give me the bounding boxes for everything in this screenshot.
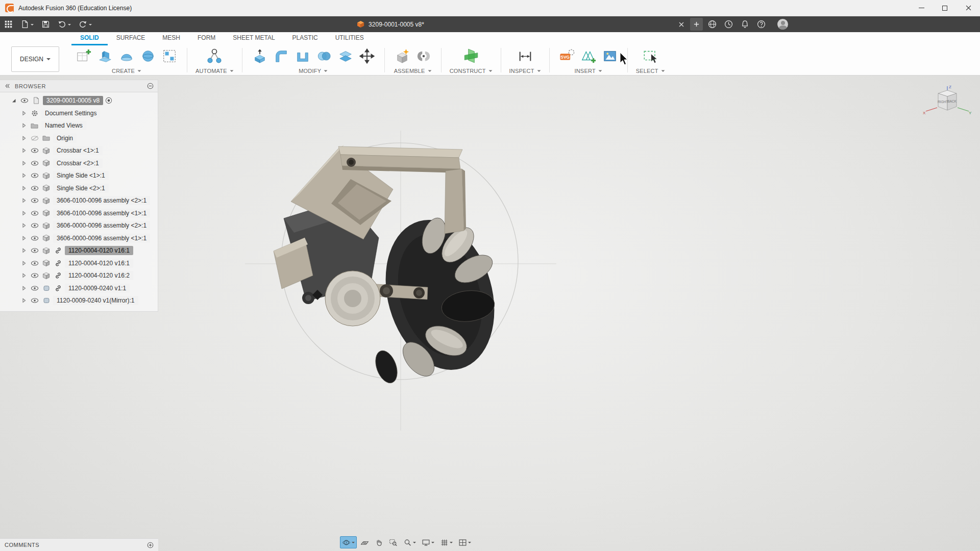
visibility-off-eye-icon[interactable] — [31, 136, 39, 141]
browser-item-document-settings[interactable]: Document Settings — [0, 107, 158, 120]
expand-arrow-icon[interactable] — [11, 98, 16, 103]
create-sketch-button[interactable] — [75, 46, 93, 66]
orbit-button[interactable] — [340, 536, 357, 548]
tab-sheet-metal[interactable]: SHEET METAL — [224, 32, 283, 45]
expand-arrow-icon[interactable] — [21, 248, 27, 253]
maximize-button[interactable] — [933, 0, 957, 16]
expand-arrow-icon[interactable] — [21, 261, 27, 266]
browser-item-component[interactable]: 3606-0000-0096 assembly <2>:1 — [0, 219, 158, 232]
revolve-button[interactable] — [117, 46, 136, 66]
combine-button[interactable] — [315, 46, 333, 66]
browser-item-component-selected[interactable]: 1120-0004-0120 v16:1 — [0, 244, 158, 257]
file-menu-button[interactable] — [20, 20, 34, 29]
browser-item-origin[interactable]: Origin — [0, 132, 158, 145]
visibility-eye-icon[interactable] — [31, 186, 39, 191]
tab-surface[interactable]: SURFACE — [108, 32, 154, 45]
document-tab[interactable]: 3209-0001-0005 v8* — [357, 16, 424, 32]
measure-button[interactable] — [516, 46, 534, 66]
visibility-eye-icon[interactable] — [31, 236, 39, 241]
browser-item-component[interactable]: 3606-0000-0096 assembly <1>:1 — [0, 232, 158, 245]
browser-item-body[interactable]: 1120-0009-0240 v1:1 — [0, 282, 158, 295]
tab-utilities[interactable]: UTILITIES — [327, 32, 373, 45]
grid-and-snaps-button[interactable] — [438, 536, 455, 548]
expand-arrow-icon[interactable] — [21, 148, 27, 153]
insert-menu[interactable]: INSERT — [574, 67, 602, 74]
new-document-tab-button[interactable] — [690, 18, 703, 31]
visibility-eye-icon[interactable] — [31, 286, 39, 291]
fillet-button[interactable] — [272, 46, 290, 66]
zoom-window-button[interactable] — [387, 536, 400, 548]
extensions-icon[interactable] — [707, 19, 717, 29]
close-button[interactable] — [957, 0, 980, 16]
visibility-eye-icon[interactable] — [31, 161, 39, 166]
visibility-eye-icon[interactable] — [31, 223, 39, 228]
tab-solid[interactable]: SOLID — [71, 32, 108, 45]
activate-component-radio[interactable] — [105, 97, 112, 104]
minimize-button[interactable] — [910, 0, 933, 16]
visibility-eye-icon[interactable] — [31, 248, 39, 253]
expand-arrow-icon[interactable] — [21, 161, 27, 166]
comments-bar[interactable]: COMMENTS — [0, 538, 158, 551]
inspect-menu[interactable]: INSPECT — [509, 67, 541, 74]
visibility-eye-icon[interactable] — [31, 261, 39, 266]
browser-item-component[interactable]: 1120-0004-0120 v16:2 — [0, 269, 158, 282]
profile-avatar[interactable] — [777, 19, 788, 30]
construction-plane-button[interactable] — [462, 46, 480, 66]
expand-arrow-icon[interactable] — [21, 211, 27, 216]
workspace-selector[interactable]: DESIGN — [11, 46, 59, 72]
expand-arrow-icon[interactable] — [21, 111, 27, 116]
pattern-button[interactable] — [160, 46, 179, 66]
browser-item-body[interactable]: 1120-0009-0240 v1(Mirror):1 — [0, 294, 158, 307]
minimize-panel-icon[interactable] — [147, 83, 154, 89]
visibility-eye-icon[interactable] — [31, 273, 39, 278]
display-settings-button[interactable] — [420, 536, 436, 548]
offset-face-button[interactable] — [336, 46, 355, 66]
browser-item-component[interactable]: 3606-0100-0096 assembly <1>:1 — [0, 207, 158, 220]
browser-item-component[interactable]: Single Side <1>:1 — [0, 169, 158, 182]
browser-item-component[interactable]: 1120-0004-0120 v16:1 — [0, 257, 158, 270]
browser-item-component[interactable]: Single Side <2>:1 — [0, 182, 158, 195]
zoom-button[interactable] — [401, 536, 418, 548]
expand-arrow-icon[interactable] — [21, 173, 27, 178]
look-at-button[interactable] — [358, 536, 371, 548]
expand-arrow-icon[interactable] — [21, 198, 27, 203]
visibility-eye-icon[interactable] — [31, 148, 39, 153]
help-icon[interactable] — [756, 19, 766, 29]
select-button[interactable] — [641, 46, 659, 66]
save-button[interactable] — [41, 20, 50, 29]
expand-arrow-icon[interactable] — [21, 186, 27, 191]
tab-plastic[interactable]: PLASTIC — [284, 32, 327, 45]
modify-menu[interactable]: MODIFY — [299, 67, 328, 74]
notifications-icon[interactable] — [740, 19, 750, 29]
expand-arrow-icon[interactable] — [21, 136, 27, 141]
browser-root-item[interactable]: 3209-0001-0005 v8 — [0, 94, 158, 107]
expand-arrow-icon[interactable] — [21, 223, 27, 228]
assemble-menu[interactable]: ASSEMBLE — [394, 67, 432, 74]
insert-mesh-button[interactable] — [579, 46, 598, 66]
close-document-tab-icon[interactable] — [677, 20, 685, 29]
select-menu[interactable]: SELECT — [636, 67, 665, 74]
expand-arrow-icon[interactable] — [21, 273, 27, 278]
automate-menu[interactable]: AUTOMATE — [195, 67, 234, 74]
redo-button[interactable] — [79, 20, 92, 29]
browser-item-component[interactable]: 3606-0100-0096 assembly <2>:1 — [0, 194, 158, 207]
press-pull-button[interactable] — [251, 46, 269, 66]
browser-item-component[interactable]: Crossbar <1>:1 — [0, 144, 158, 157]
tab-form[interactable]: FORM — [189, 32, 224, 45]
shell-button[interactable] — [293, 46, 312, 66]
sphere-button[interactable] — [139, 46, 157, 66]
visibility-eye-icon[interactable] — [20, 98, 29, 103]
create-menu[interactable]: CREATE — [112, 67, 141, 74]
visibility-eye-icon[interactable] — [31, 298, 39, 303]
visibility-eye-icon[interactable] — [31, 173, 39, 178]
tab-mesh[interactable]: MESH — [154, 32, 189, 45]
automate-button[interactable] — [205, 46, 224, 66]
visibility-eye-icon[interactable] — [31, 198, 39, 203]
job-status-icon[interactable] — [724, 19, 733, 29]
extrude-button[interactable] — [96, 46, 114, 66]
expand-arrow-icon[interactable] — [21, 286, 27, 291]
browser-item-named-views[interactable]: Named Views — [0, 119, 158, 132]
view-cube[interactable]: X Y Z RIGHT BACK — [922, 84, 973, 122]
construct-menu[interactable]: CONSTRUCT — [450, 67, 493, 74]
canvas-button[interactable] — [601, 46, 619, 66]
